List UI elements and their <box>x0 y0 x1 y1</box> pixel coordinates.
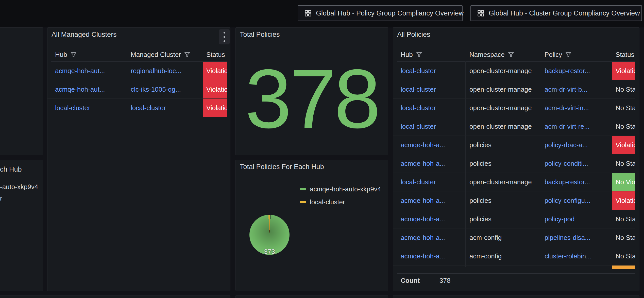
cut-left-panel-pie <box>0 160 43 291</box>
filter-icon[interactable] <box>416 51 422 58</box>
table-row-partial <box>393 265 635 269</box>
panel-title: Total Policies For Each Hub <box>240 163 324 171</box>
panel-title: All Policies <box>397 31 430 39</box>
status-cell: No Status <box>612 247 635 265</box>
panel-total-policies: Total Policies 378 <box>235 27 388 155</box>
table-row: local-cluster open-cluster-manage acm-dr… <box>393 117 635 136</box>
status-cell: Violations <box>203 99 227 117</box>
table-row: acmqe-hoh-a... policies policy-conditi..… <box>393 154 635 173</box>
policy-link[interactable]: backup-restor... <box>545 178 590 186</box>
policy-link[interactable]: acm-dr-virt-in... <box>545 104 589 112</box>
legend-item[interactable]: acmqe-hoh-auto-xkp9v4 <box>300 185 381 193</box>
hub-link[interactable]: local-cluster <box>401 86 436 93</box>
policy-link[interactable]: backup-restor... <box>545 67 590 75</box>
hub-link[interactable]: acmqe-hoh-a... <box>401 215 445 223</box>
count-label: Count <box>401 275 420 286</box>
panel-menu-button[interactable] <box>219 29 230 44</box>
hub-link[interactable]: acmqe-hoh-a... <box>401 197 445 205</box>
legend-swatch <box>300 201 306 203</box>
dashboard-link-label: Global Hub - Policy Group Compliancy Ove… <box>316 9 464 17</box>
top-bar: Global Hub - Policy Group Compliancy Ove… <box>0 0 644 27</box>
table-row: acmqe-hoh-a... policies policy-rbac-a...… <box>393 136 635 154</box>
namespace-cell: policies <box>465 191 541 210</box>
policy-link[interactable]: policy-rbac-a... <box>545 141 588 149</box>
status-cell: Violations <box>612 62 635 80</box>
filter-icon[interactable] <box>508 51 514 58</box>
table-body: local-cluster open-cluster-manage backup… <box>393 62 635 269</box>
cut-panel-title-fragment: ch Hub <box>0 165 22 173</box>
filter-icon[interactable] <box>70 51 77 58</box>
panel-all-policies: All Policies Hub Namespace Policy <box>393 27 639 291</box>
column-header-namespace[interactable]: Namespace <box>465 49 541 60</box>
cluster-link[interactable]: clc-iks-1005-qg... <box>131 86 181 93</box>
namespace-cell: policies <box>465 136 541 154</box>
table-row: acmqe-hoh-a... acm-config pipelines-disa… <box>393 228 635 247</box>
grafana-dashboard: Global Hub - Policy Group Compliancy Ove… <box>0 0 644 298</box>
cluster-link[interactable]: regionalhub-loc... <box>131 67 181 75</box>
legend-item[interactable]: local-cluster <box>300 198 345 206</box>
hub-link[interactable]: local-cluster <box>401 178 436 186</box>
table-row: acmqe-hoh-a... policies policy-pod No St… <box>393 210 635 228</box>
legend-swatch <box>300 188 306 190</box>
policy-link[interactable]: policy-configu... <box>545 197 590 205</box>
hub-link[interactable]: local-cluster <box>401 123 436 130</box>
column-header-status[interactable]: Status <box>612 49 635 60</box>
cluster-link[interactable]: local-cluster <box>131 104 166 112</box>
status-cell: Violations <box>203 62 227 80</box>
policy-link[interactable]: acm-dr-virt-re... <box>545 123 590 130</box>
status-cell: No Status <box>612 99 635 117</box>
status-cell: No Status <box>612 154 635 173</box>
hub-link[interactable]: acmqe-hoh-aut... <box>55 67 105 75</box>
hub-link[interactable]: local-cluster <box>55 104 90 112</box>
table-row: acmqe-hoh-a... policies policy-configu..… <box>393 191 635 210</box>
table-header: Hub Managed Cluster Status <box>47 49 230 60</box>
table-row: local-cluster open-cluster-manage backup… <box>393 173 635 191</box>
hub-link[interactable]: acmqe-hoh-a... <box>401 141 445 149</box>
status-cell: No Status <box>612 210 635 228</box>
dashboard-grid-icon <box>304 9 312 17</box>
column-header-hub[interactable]: Hub <box>393 49 465 60</box>
dashboard-link-cluster-group[interactable]: Global Hub - Cluster Group Compliancy Ov… <box>470 5 642 21</box>
hub-link[interactable]: acmqe-hoh-a... <box>401 160 445 168</box>
dashboard-link-label: Global Hub - Cluster Group Compliancy Ov… <box>489 9 640 17</box>
filter-icon[interactable] <box>565 51 572 58</box>
policy-link[interactable]: pipelines-disa... <box>545 234 590 242</box>
status-cell <box>612 266 635 269</box>
table-row: local-cluster open-cluster-manage acm-dr… <box>393 98 635 117</box>
status-cell: No Violations <box>612 173 635 191</box>
table-footer: Count 378 <box>393 275 635 286</box>
count-value: 378 <box>439 275 450 286</box>
table-row: acmqe-hoh-a... acm-config cluster-rolebi… <box>393 247 635 265</box>
hub-link[interactable]: acmqe-hoh-aut... <box>55 86 105 93</box>
hub-link[interactable]: acmqe-hoh-a... <box>401 234 445 242</box>
hub-link[interactable]: local-cluster <box>401 67 436 75</box>
namespace-cell: policies <box>465 210 541 228</box>
status-cell: No Status <box>612 228 635 247</box>
panel-all-managed-clusters: All Managed Clusters Hub Managed Cluster… <box>47 27 230 291</box>
column-header-managed-cluster[interactable]: Managed Cluster <box>127 49 203 60</box>
hub-link[interactable]: acmqe-hoh-a... <box>401 252 445 260</box>
namespace-cell: open-cluster-manage <box>465 99 541 117</box>
policy-link[interactable]: acm-dr-virt-b... <box>545 86 587 93</box>
bottom-panel-sliver <box>235 295 388 298</box>
cut-panel-legend-fragment: -auto-xkp9v4 <box>0 183 38 191</box>
column-header-status[interactable]: Status <box>203 49 227 60</box>
filter-icon[interactable] <box>184 51 191 58</box>
column-header-policy[interactable]: Policy <box>541 49 612 60</box>
table-row: acmqe-hoh-aut... clc-iks-1005-qg... Viol… <box>47 80 227 98</box>
namespace-cell: open-cluster-manage <box>465 62 541 80</box>
policy-link[interactable]: policy-pod <box>545 215 575 223</box>
panel-title: Total Policies <box>240 31 280 39</box>
policy-link[interactable]: cluster-rolebin... <box>545 252 591 260</box>
dashboard-link-policy-group[interactable]: Global Hub - Policy Group Compliancy Ove… <box>298 5 463 21</box>
hub-link[interactable]: local-cluster <box>401 104 436 112</box>
footer-divider <box>397 273 635 274</box>
panel-title: All Managed Clusters <box>52 31 117 39</box>
status-cell: Violations <box>203 80 227 98</box>
cut-left-panel-top <box>0 27 43 155</box>
policy-link[interactable]: policy-conditi... <box>545 160 588 168</box>
table-row: local-cluster open-cluster-manage acm-dr… <box>393 80 635 98</box>
table-row: local-cluster open-cluster-manage backup… <box>393 62 635 80</box>
column-header-hub[interactable]: Hub <box>47 49 127 60</box>
status-cell: No Status <box>612 80 635 98</box>
